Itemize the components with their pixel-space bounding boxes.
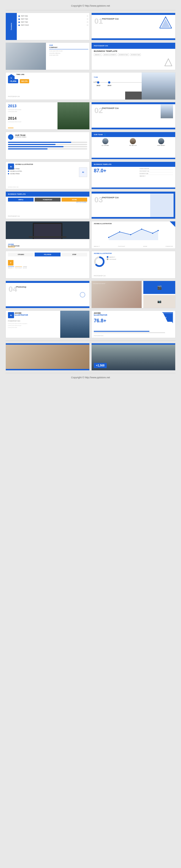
ai3-title: ADOBE bbox=[94, 312, 107, 314]
s03-right-bg bbox=[150, 192, 175, 219]
c4a-item-2: BUSINESS PLAN bbox=[118, 54, 129, 56]
row-company-biz: OUR COMPANY Lorem ipsum dolor sit amet c… bbox=[5, 42, 176, 70]
s02-photo bbox=[160, 104, 173, 118]
contents-item-4: PART FOUR 04 bbox=[19, 24, 88, 26]
svg-marker-17 bbox=[170, 221, 175, 227]
row-laptop-linechart: ADOBE ILLUSTRATOR ADOBE ILLUSTRATOR bbox=[5, 221, 176, 249]
tl-gray-block bbox=[125, 92, 142, 99]
seo-avatar: 👤 bbox=[8, 134, 13, 140]
contents-item-1: PART ONE 01 bbox=[19, 15, 88, 17]
lc-label-2: PHOTOSHOP bbox=[118, 246, 125, 247]
ai-items: ADOBE FIRMA ADOBE ILLUSTRA ADOBE PRIMA bbox=[8, 168, 87, 175]
ai3-bar-1 bbox=[94, 331, 149, 332]
ms-box-1: SIMPLE bbox=[8, 198, 34, 202]
lc-tri-svg bbox=[170, 221, 175, 227]
bar-bg-2 bbox=[8, 144, 87, 145]
donut-legend: IMAGINE IT PHOTOSHOP bbox=[107, 256, 116, 260]
slide-laptop-photo: ADOBE ILLUSTRATOR bbox=[5, 221, 90, 249]
slide-biz-stats: % TIME LINE +5,456 62.1% PHOTOSHOP C4A bbox=[5, 72, 90, 100]
donut-chart-area bbox=[94, 256, 105, 268]
ai2-sub-title: ILLUSTRATOR bbox=[14, 314, 28, 316]
multistat-boxes: SIMPLE POWERPOINT ADOBE bbox=[8, 198, 87, 202]
seo-title-text: OUR TEAM bbox=[15, 134, 26, 136]
c4a-item-3: BUSINESS PLAN bbox=[130, 54, 141, 56]
slide-biz-percent: BUSINESS TEMPLATE 87.0+ POWER FEATURE PH… bbox=[91, 162, 176, 189]
donut-sub: PHOTOSHOP C1A bbox=[94, 275, 106, 277]
row-multistat-photo03: BUSINESS TEMPLATE SIMPLE POWERPOINT ADOB… bbox=[5, 191, 176, 219]
s04-label: Photoshop bbox=[16, 286, 26, 288]
item-label-4: PART FOUR bbox=[21, 24, 29, 26]
member-3-name: RYAN GARNEY bbox=[157, 145, 165, 146]
ai-bullet-2 bbox=[8, 171, 9, 172]
ai-item-2: ADOBE ILLUSTRA bbox=[8, 170, 87, 172]
member-1-name: AL CONTRAN bbox=[102, 145, 109, 146]
slide-multistat: BUSINESS TEMPLATE SIMPLE POWERPOINT ADOB… bbox=[5, 191, 90, 219]
c4a-item-0: IMAGINE IT bbox=[94, 54, 102, 56]
c4a-title: BUSINESS TEMPLATE bbox=[94, 50, 173, 52]
year-2013: 2013 bbox=[8, 104, 16, 108]
contents-label: Contents bbox=[10, 23, 12, 30]
ai3-bars bbox=[94, 331, 173, 334]
ai-item-text-3: ADOBE PRIMA bbox=[10, 173, 20, 175]
slide-photoshop-c4a: PHOTOSHOP C4A BUSINESS TEMPLATE IMAGINE … bbox=[91, 42, 176, 70]
laptop-svg bbox=[6, 221, 89, 239]
seo-avatar-icon: 👤 bbox=[8, 134, 13, 140]
portrait-stat: +1,568 bbox=[94, 363, 107, 368]
tl-photo bbox=[142, 72, 175, 99]
svg-text:Ai: Ai bbox=[164, 316, 167, 319]
biz-percent-num: 87.0+ bbox=[94, 168, 106, 174]
stat-2: 62.1% bbox=[20, 79, 29, 83]
team-member-1: AL CONTRAN bbox=[102, 138, 109, 146]
contents-items: PART ONE 01 PART TWO 02 PART TWO 03 bbox=[19, 15, 88, 27]
timeline-photo bbox=[58, 102, 89, 129]
dot-2 bbox=[19, 19, 20, 20]
slide-ai-text: Ai ADOBE ILLUSTRATOR POWERPONT SEO Lorem… bbox=[5, 310, 90, 338]
s03-right-stripe bbox=[174, 192, 175, 219]
slide-line-chart: ADOBE ILLUSTRATOR bbox=[91, 221, 176, 249]
cam-left-photo bbox=[92, 281, 142, 308]
stats-label: PHOTOSHOP C4A bbox=[8, 96, 20, 97]
hands-bg bbox=[6, 343, 89, 370]
svg-marker-6 bbox=[165, 59, 172, 66]
copyright-bottom: Copyright © http://www.pptstore.net bbox=[0, 374, 181, 380]
bar-fill-4 bbox=[8, 148, 47, 150]
section01-triangle bbox=[159, 16, 172, 30]
contents-sidebar: Contents bbox=[6, 13, 17, 40]
s04-bottom bbox=[6, 306, 89, 308]
ai3-sub: ILLUSTRATOR bbox=[94, 314, 107, 316]
c4a-triangle bbox=[164, 58, 173, 67]
ai2-photo bbox=[60, 311, 89, 338]
s02-top bbox=[92, 102, 175, 104]
ai2-title: ADOBE bbox=[14, 312, 28, 314]
member-3-avatar bbox=[158, 138, 164, 144]
company-desc-2: consectetur adipiscing bbox=[49, 52, 88, 54]
slide-year-timeline: 2013 Lorem ipsum dolor sit amet Lorem ip… bbox=[5, 102, 90, 130]
dl-dot-2 bbox=[107, 258, 108, 260]
cam-bottom-right: 📷 bbox=[143, 295, 175, 308]
row-seo-team: 👤 OUR TEAM GORDON JAMES bbox=[5, 132, 176, 159]
hands-top bbox=[6, 343, 89, 345]
section01-top bbox=[92, 13, 175, 15]
item-num-3: 03 bbox=[87, 21, 88, 23]
s04-top bbox=[6, 281, 89, 283]
s02-number: 02 bbox=[94, 106, 103, 115]
slide-ai-percent: ADOBE ILLUSTRATOR 76.8+ Ai PHOTOSHOP SEO bbox=[91, 310, 176, 338]
dl-dot-1 bbox=[107, 256, 108, 258]
grid-cells: STRUMIO POLAROID STRIP bbox=[8, 253, 87, 256]
item-num-2: 02 bbox=[87, 18, 88, 20]
slide-portrait-stat: +1,568 bbox=[91, 343, 176, 371]
ai3-tri-svg: Ai bbox=[162, 312, 173, 323]
bar-fill-2 bbox=[8, 144, 56, 145]
ai3-title-area: ADOBE ILLUSTRATOR bbox=[94, 312, 107, 316]
slide-contents: Contents PART ONE 01 PART TWO 02 bbox=[5, 13, 90, 40]
ai2-title-area: ADOBE ILLUSTRATOR bbox=[14, 312, 28, 316]
slide-forest-full: ADOBE ILLUSTRATOR bbox=[5, 340, 176, 341]
cam-icon: 📷 bbox=[157, 300, 161, 303]
ai-item-3: ADOBE PRIMA bbox=[8, 173, 87, 175]
biz-percent-header: BUSINESS TEMPLATE bbox=[92, 162, 175, 167]
item-label-1: PART ONE bbox=[21, 15, 28, 17]
slide-seo-profile: 👤 OUR TEAM GORDON JAMES bbox=[5, 132, 90, 159]
lc-label-4: POWERPOINT bbox=[166, 246, 173, 247]
ai-item-1: ADOBE FIRMA bbox=[8, 168, 87, 169]
slide-our-team: OUR TEAM 👤 AL CONTRAN bbox=[91, 132, 176, 159]
